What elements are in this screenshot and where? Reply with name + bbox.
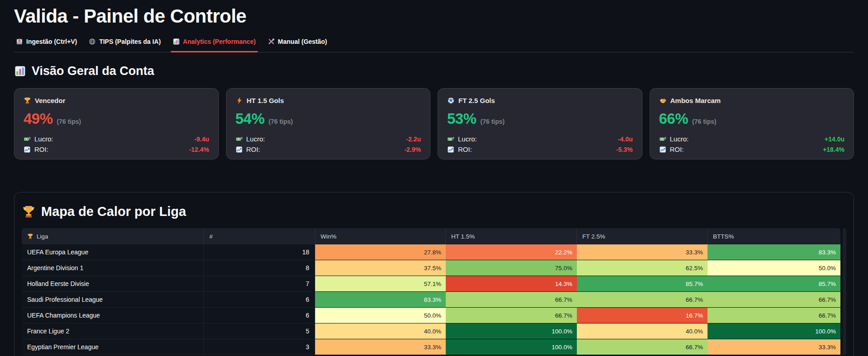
roi-row: ROI: -12.4%: [24, 145, 209, 153]
tip-count-cell[interactable]: 8: [204, 260, 315, 276]
league-name-cell[interactable]: UEFA Europa League: [22, 244, 204, 260]
heatmap-cell[interactable]: 14.3%: [446, 276, 577, 292]
tip-count-cell[interactable]: 5: [204, 323, 315, 339]
trophy-icon: [27, 233, 33, 239]
card-big-number: 54% (76 tips): [236, 110, 421, 127]
heatmap-heading-text: Mapa de Calor por Liga: [41, 204, 186, 219]
heatmap-cell[interactable]: 33.3%: [708, 339, 840, 355]
card-title: Vencedor: [24, 97, 209, 104]
roi-label: ROI:: [458, 145, 472, 153]
overview-cards: Vencedor 49% (76 tips) Lucro: -9.4u ROI:…: [14, 88, 854, 159]
heatmap-cell[interactable]: 22.2%: [446, 244, 577, 260]
column-header-ft25[interactable]: FT 2.5%: [577, 228, 708, 244]
win-rate: 54%: [236, 110, 265, 127]
money-icon: [659, 136, 666, 143]
heatmap-table: Liga # Win% HT 1.5% FT 2.5% BTTS% UEFA E…: [22, 228, 840, 355]
tab-ingestao[interactable]: Ingestão (Ctrl+V): [14, 34, 79, 52]
heatmap-cell[interactable]: 57.1%: [315, 276, 446, 292]
heatmap-cell[interactable]: 66.7%: [708, 292, 840, 308]
heatmap-cell[interactable]: 66.7%: [446, 292, 577, 308]
heatmap-cell[interactable]: 62.5%: [577, 260, 708, 276]
card-title-text: HT 1.5 Gols: [247, 97, 284, 104]
heatmap-cell[interactable]: 50.0%: [708, 260, 840, 276]
heatmap-cell[interactable]: 66.7%: [708, 308, 840, 323]
column-header-btts[interactable]: BTTS%: [708, 228, 840, 244]
tab-manual[interactable]: Manual (Gestão): [266, 34, 329, 52]
heatmap-cell[interactable]: 85.7%: [577, 276, 708, 292]
table-row: Argentine Division 1837.5%75.0%62.5%50.0…: [22, 260, 840, 276]
roi-label: ROI:: [34, 145, 48, 153]
league-name-cell[interactable]: France Ligue 2: [22, 323, 204, 339]
handshake-icon: [659, 97, 667, 104]
win-rate: 66%: [659, 110, 689, 127]
soccer-ball-icon: [447, 97, 455, 104]
league-name-cell[interactable]: UEFA Champions League: [22, 308, 204, 323]
table-row: Egyptian Premier League333.3%100.0%66.7%…: [22, 339, 840, 355]
tips-count: (76 tips): [481, 118, 505, 125]
table-header-row: Liga # Win% HT 1.5% FT 2.5% BTTS%: [22, 228, 840, 244]
heatmap-cell[interactable]: 85.7%: [708, 276, 840, 292]
chart-up-icon: [236, 146, 243, 153]
tip-count-cell[interactable]: 18: [204, 244, 315, 260]
tip-count-cell[interactable]: 3: [204, 339, 315, 355]
card-btts: Ambos Marcam 66% (76 tips) Lucro: +14.0u…: [650, 88, 854, 159]
heatmap-cell[interactable]: 100.0%: [446, 339, 577, 355]
roi-label: ROI:: [246, 145, 260, 153]
lucro-label: Lucro:: [34, 135, 53, 143]
tab-label: Ingestão (Ctrl+V): [26, 38, 77, 45]
inbox-icon: [16, 38, 23, 45]
column-header-ht15[interactable]: HT 1.5%: [446, 228, 577, 244]
heatmap-cell[interactable]: 83.3%: [708, 244, 840, 260]
win-rate: 49%: [24, 110, 53, 127]
heatmap-cell[interactable]: 27.8%: [315, 244, 446, 260]
tip-count-cell[interactable]: 6: [204, 308, 315, 323]
tip-count-cell[interactable]: 6: [204, 292, 315, 308]
heatmap-cell[interactable]: 37.5%: [315, 260, 446, 276]
heatmap-table-body: UEFA Europa League1827.8%22.2%33.3%83.3%…: [22, 244, 840, 355]
table-row: Saudi Professional League683.3%66.7%66.7…: [22, 292, 840, 308]
heatmap-cell[interactable]: 66.7%: [577, 339, 708, 355]
tab-tips[interactable]: TIPS (Palpites da IA): [87, 34, 162, 52]
league-name-cell[interactable]: Egyptian Premier League: [22, 339, 204, 355]
heatmap-panel: Mapa de Calor por Liga Liga: [14, 192, 854, 356]
league-name-cell[interactable]: Argentine Division 1: [22, 260, 204, 276]
roi-value: -5.3%: [616, 146, 633, 153]
column-header-liga[interactable]: Liga: [22, 228, 204, 244]
tools-icon: [268, 38, 275, 45]
heatmap-heading: Mapa de Calor por Liga: [22, 204, 846, 219]
table-row: UEFA Europa League1827.8%22.2%33.3%83.3%: [22, 244, 840, 260]
heatmap-cell[interactable]: 50.0%: [315, 308, 446, 323]
heatmap-cell[interactable]: 66.7%: [446, 308, 577, 323]
heatmap-cell[interactable]: 40.0%: [315, 323, 446, 339]
lucro-label: Lucro:: [670, 135, 689, 143]
tab-bar: Ingestão (Ctrl+V) TIPS (Palpites da IA) …: [14, 34, 854, 52]
card-title: FT 2.5 Gols: [447, 97, 633, 104]
roi-label: ROI:: [670, 145, 684, 153]
heatmap-cell[interactable]: 100.0%: [446, 323, 577, 339]
tip-count-cell[interactable]: 7: [204, 276, 315, 292]
table-scrollbar[interactable]: [843, 228, 846, 355]
league-name-cell[interactable]: Holland Eerste Divisie: [22, 276, 204, 292]
chart-up-icon: [24, 146, 31, 153]
card-big-number: 53% (76 tips): [447, 110, 633, 127]
column-header-win[interactable]: Win%: [315, 228, 446, 244]
money-icon: [447, 136, 454, 143]
lucro-row: Lucro: +14.0u: [659, 135, 845, 143]
column-header-count[interactable]: #: [204, 228, 315, 244]
heatmap-cell[interactable]: 100.0%: [708, 323, 840, 339]
league-name-cell[interactable]: Saudi Professional League: [22, 292, 204, 308]
heatmap-cell[interactable]: 75.0%: [446, 260, 577, 276]
table-row: France Ligue 2540.0%100.0%40.0%100.0%: [22, 323, 840, 339]
card-title-text: FT 2.5 Gols: [458, 97, 495, 104]
heatmap-cell[interactable]: 83.3%: [315, 292, 446, 308]
heatmap-cell[interactable]: 33.3%: [315, 339, 446, 355]
lucro-value: +14.0u: [825, 136, 844, 143]
lucro-value: -9.4u: [194, 136, 209, 143]
tab-analytics[interactable]: Analytics (Performance): [171, 34, 258, 52]
heatmap-cell[interactable]: 66.7%: [577, 292, 708, 308]
roi-row: ROI: -5.3%: [447, 145, 633, 153]
heatmap-cell[interactable]: 40.0%: [577, 323, 708, 339]
heatmap-cell[interactable]: 33.3%: [577, 244, 708, 260]
lucro-row: Lucro: -4.0u: [447, 135, 633, 143]
heatmap-cell[interactable]: 16.7%: [577, 308, 708, 323]
